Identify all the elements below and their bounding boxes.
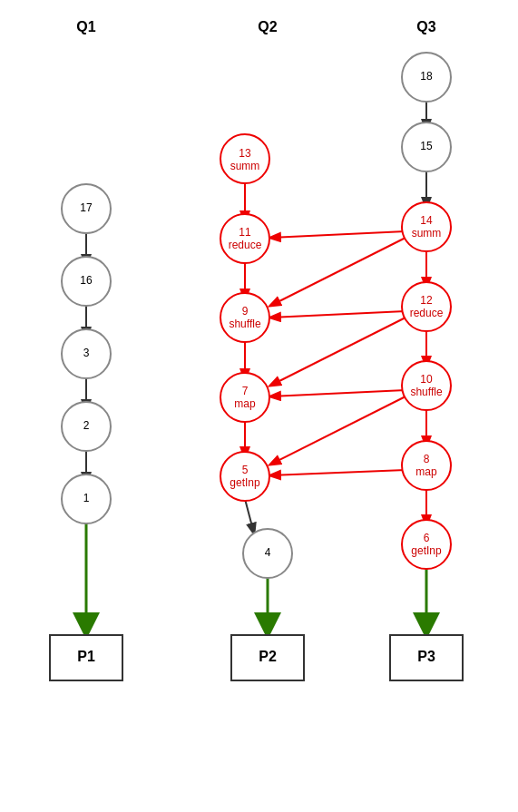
arrow-10-7 bbox=[270, 390, 406, 396]
node-4-label: 4 bbox=[265, 546, 271, 559]
node-5-label: 5 bbox=[242, 464, 249, 476]
arrow-8-5 bbox=[270, 470, 406, 475]
node-7-sublabel: map bbox=[234, 397, 256, 410]
node-13-sublabel: summ bbox=[230, 160, 260, 172]
box-p1-label: P1 bbox=[77, 649, 95, 664]
node-6-label: 6 bbox=[424, 532, 430, 544]
node-16-label: 16 bbox=[80, 274, 93, 287]
box-p3-label: P3 bbox=[417, 649, 435, 664]
node-5-sublabel: getInp bbox=[230, 476, 260, 489]
arrow-14-11 bbox=[270, 231, 406, 238]
node-14-label: 14 bbox=[420, 214, 433, 227]
node-12-sublabel: reduce bbox=[410, 307, 444, 319]
arrow-12-7 bbox=[270, 318, 406, 386]
arrow-14-9 bbox=[270, 238, 406, 306]
node-10-label: 10 bbox=[420, 373, 433, 386]
node-11-label: 11 bbox=[239, 226, 251, 239]
arrow-10-5 bbox=[270, 396, 406, 465]
node-18-label: 18 bbox=[420, 70, 433, 83]
node-3-label: 3 bbox=[83, 347, 90, 359]
node-8-label: 8 bbox=[424, 453, 430, 465]
node-6-sublabel: getInp bbox=[411, 544, 442, 557]
node-9-label: 9 bbox=[242, 305, 249, 318]
node-9-sublabel: shuffle bbox=[229, 318, 260, 330]
node-12-label: 12 bbox=[420, 294, 433, 307]
q1-title: Q1 bbox=[76, 19, 95, 34]
node-13-label: 13 bbox=[239, 147, 251, 160]
arrow-5-4 bbox=[245, 499, 254, 533]
node-17-label: 17 bbox=[80, 201, 93, 214]
node-1-label: 1 bbox=[83, 492, 90, 504]
diagram-canvas: Q1 Q2 Q3 17 16 3 2 1 bbox=[0, 0, 518, 812]
node-14-sublabel: summ bbox=[412, 227, 442, 240]
node-10-sublabel: shuffle bbox=[410, 386, 442, 398]
q2-title: Q2 bbox=[258, 19, 277, 34]
q3-title: Q3 bbox=[416, 19, 435, 34]
node-7-label: 7 bbox=[242, 385, 249, 397]
node-8-sublabel: map bbox=[415, 465, 437, 478]
node-11-sublabel: reduce bbox=[229, 239, 262, 251]
arrow-12-9 bbox=[270, 311, 406, 318]
node-2-label: 2 bbox=[83, 419, 90, 432]
node-15-label: 15 bbox=[420, 140, 433, 152]
box-p2-label: P2 bbox=[259, 649, 277, 664]
